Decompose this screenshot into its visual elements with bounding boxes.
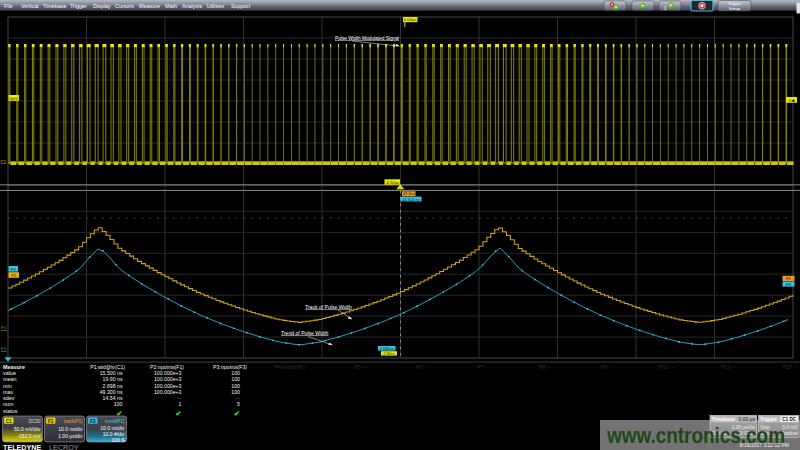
svg-text:Measure: Measure xyxy=(139,3,160,9)
svg-text:Track of Pulse Width: Track of Pulse Width xyxy=(305,304,352,310)
svg-text:100 S: 100 S xyxy=(111,437,125,443)
svg-text:Math: Math xyxy=(165,3,177,9)
svg-text:8/16/2017 3:22:12 PM: 8/16/2017 3:22:12 PM xyxy=(740,442,789,448)
svg-text:F3: F3 xyxy=(1,346,7,351)
svg-text:Trigger: Trigger xyxy=(760,416,777,422)
svg-text:P12:---: P12:--- xyxy=(782,364,798,370)
svg-text:100: 100 xyxy=(231,370,240,376)
svg-text:---: --- xyxy=(176,395,181,401)
svg-text:49.300 ns: 49.300 ns xyxy=(100,389,123,395)
svg-text:Utilities: Utilities xyxy=(207,3,225,9)
svg-text:Timebase: Timebase xyxy=(712,416,735,422)
svg-text:Trend of Pulse Width: Trend of Pulse Width xyxy=(281,330,329,336)
svg-text:✔: ✔ xyxy=(234,409,240,418)
svg-text:P5:---: P5:--- xyxy=(355,364,368,370)
svg-text:P3:npoints(F3): P3:npoints(F3) xyxy=(213,364,247,370)
svg-text:100.000e+3: 100.000e+3 xyxy=(154,383,182,389)
svg-text:value: value xyxy=(3,370,16,376)
svg-text:min: min xyxy=(3,383,12,389)
svg-text:Support: Support xyxy=(231,3,250,9)
svg-text:Measure: Measure xyxy=(3,364,25,370)
svg-text:mean: mean xyxy=(3,376,17,382)
svg-text:100.000e+3: 100.000e+3 xyxy=(154,376,182,382)
svg-text:Pulse Width Modulated Signal: Pulse Width Modulated Signal xyxy=(335,36,399,41)
svg-text:2.698 ns: 2.698 ns xyxy=(103,383,123,389)
svg-text:DC50: DC50 xyxy=(29,419,41,424)
svg-text:1: 1 xyxy=(179,401,182,407)
svg-text:File: File xyxy=(4,3,13,9)
svg-text:100: 100 xyxy=(231,376,240,382)
svg-text:F1: F1 xyxy=(48,419,54,424)
svg-text:✔: ✔ xyxy=(175,409,181,418)
svg-text:---: --- xyxy=(235,395,240,401)
svg-text:F1: F1 xyxy=(786,276,792,281)
svg-text:100.000e+3: 100.000e+3 xyxy=(154,370,182,376)
svg-text:1.00 µs/div: 1.00 µs/div xyxy=(58,433,83,439)
svg-text:F1: F1 xyxy=(1,325,7,330)
svg-text:F1: F1 xyxy=(11,273,17,278)
svg-text:100: 100 xyxy=(114,401,123,407)
svg-text:0mV: 0mV xyxy=(9,96,18,101)
svg-text:status: status xyxy=(3,408,18,414)
svg-text:Analysis: Analysis xyxy=(182,3,202,9)
svg-text:0.00µs: 0.00µs xyxy=(404,17,417,22)
svg-text:track(P1): track(P1) xyxy=(64,419,83,424)
svg-text:5: 5 xyxy=(237,401,240,407)
svg-text:F3: F3 xyxy=(786,282,792,287)
svg-text:F3: F3 xyxy=(90,419,96,424)
svg-text:F3: F3 xyxy=(11,267,17,272)
svg-text:Vertical: Vertical xyxy=(21,3,39,9)
svg-text:-4.52µs: -4.52µs xyxy=(385,180,399,185)
svg-text:Cursors: Cursors xyxy=(115,3,134,9)
svg-text:49.3ns: 49.3ns xyxy=(403,191,415,196)
svg-text:Display: Display xyxy=(93,3,111,9)
svg-text:100: 100 xyxy=(231,383,240,389)
svg-text:Setup: Setup xyxy=(729,6,741,11)
svg-text:100: 100 xyxy=(231,389,240,395)
svg-text:LECROY: LECROY xyxy=(49,443,79,450)
svg-text:trend(P1): trend(P1) xyxy=(105,419,125,424)
svg-text:2.84ns: 2.84ns xyxy=(383,351,395,356)
svg-text:P2:npoints(F1): P2:npoints(F1) xyxy=(150,364,184,370)
svg-text:P11:---: P11:--- xyxy=(721,364,737,370)
svg-text:C1: C1 xyxy=(6,419,12,424)
svg-text:Timebase: Timebase xyxy=(43,3,66,9)
svg-text:P7:---: P7:--- xyxy=(478,364,491,370)
svg-text:14.54 ns: 14.54 ns xyxy=(103,395,123,401)
svg-text:15.500 ns: 15.500 ns xyxy=(100,370,123,376)
svg-text:0.00 µs: 0.00 µs xyxy=(738,416,755,422)
svg-text:C1: C1 xyxy=(1,160,7,165)
svg-text:sdev: sdev xyxy=(3,395,15,401)
svg-text:C1 DC: C1 DC xyxy=(782,417,796,422)
svg-text:-152.5 mV: -152.5 mV xyxy=(17,433,41,439)
svg-text:TELEDYNE: TELEDYNE xyxy=(3,443,42,450)
svg-text:P10:---: P10:--- xyxy=(659,364,675,370)
svg-text:P1:wid@lv(C1): P1:wid@lv(C1) xyxy=(90,364,125,370)
svg-text:P4:pword(F1): P4:pword(F1) xyxy=(275,364,307,370)
svg-text:Trigger: Trigger xyxy=(70,3,87,9)
svg-text:100.000e+3: 100.000e+3 xyxy=(154,389,182,395)
svg-text:P6:---: P6:--- xyxy=(416,364,429,370)
svg-text:10.0 ns/div: 10.0 ns/div xyxy=(58,426,83,432)
svg-text:19.90 ns: 19.90 ns xyxy=(103,376,123,382)
svg-text:44.502 ns: 44.502 ns xyxy=(402,197,420,202)
svg-text:num: num xyxy=(3,401,14,407)
svg-text:1◀: 1◀ xyxy=(789,98,795,103)
svg-text:P9:---: P9:--- xyxy=(601,364,614,370)
svg-text:max: max xyxy=(3,389,13,395)
svg-text:50.0 mV/div: 50.0 mV/div xyxy=(14,426,41,432)
svg-text:P8:---: P8:--- xyxy=(539,364,552,370)
